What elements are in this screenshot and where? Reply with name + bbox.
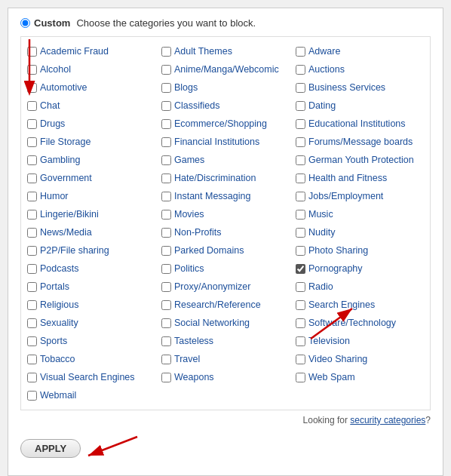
cat-label-parked-domains[interactable]: Parked Domains — [174, 244, 244, 256]
cat-label-gambling[interactable]: Gambling — [40, 154, 81, 166]
custom-radio-label[interactable]: Custom — [20, 17, 70, 29]
cat-checkbox-blogs[interactable] — [161, 83, 171, 93]
cat-checkbox-auctions[interactable] — [296, 65, 305, 75]
cat-checkbox-radio[interactable] — [296, 282, 305, 292]
cat-checkbox-humor[interactable] — [27, 192, 37, 201]
cat-checkbox-educational-institutions[interactable] — [296, 119, 305, 129]
cat-checkbox-photo-sharing[interactable] — [296, 246, 305, 256]
cat-checkbox-web-spam[interactable] — [296, 373, 305, 382]
security-categories-link[interactable]: security categories — [350, 415, 425, 425]
cat-checkbox-file-storage[interactable] — [27, 137, 37, 147]
cat-checkbox-pornography[interactable] — [296, 264, 305, 274]
cat-label-radio[interactable]: Radio — [308, 281, 333, 293]
cat-checkbox-hate-discrimination[interactable] — [161, 174, 171, 183]
cat-checkbox-news-media[interactable] — [27, 228, 37, 238]
cat-checkbox-nudity[interactable] — [296, 228, 305, 238]
cat-checkbox-portals[interactable] — [27, 282, 37, 292]
cat-label-chat[interactable]: Chat — [40, 100, 60, 112]
cat-checkbox-gambling[interactable] — [27, 155, 37, 165]
cat-label-blogs[interactable]: Blogs — [174, 81, 198, 94]
cat-checkbox-government[interactable] — [27, 174, 37, 183]
cat-checkbox-sports[interactable] — [27, 336, 37, 346]
cat-checkbox-financial-institutions[interactable] — [161, 137, 171, 147]
cat-label-forums-message-boards[interactable]: Forums/Message boards — [308, 136, 413, 148]
cat-label-academic-fraud[interactable]: Academic Fraud — [40, 45, 109, 57]
cat-label-software-technology[interactable]: Software/Technology — [308, 317, 396, 329]
cat-label-webmail[interactable]: Webmail — [40, 389, 76, 401]
cat-label-social-networking[interactable]: Social Networking — [174, 317, 250, 329]
cat-checkbox-games[interactable] — [161, 155, 171, 165]
cat-label-government[interactable]: Government — [40, 172, 92, 184]
cat-label-jobs-employment[interactable]: Jobs/Employment — [308, 190, 383, 202]
cat-label-video-sharing[interactable]: Video Sharing — [308, 353, 367, 365]
cat-label-hate-discrimination[interactable]: Hate/Discrimination — [174, 172, 256, 184]
cat-checkbox-business-services[interactable] — [296, 83, 305, 93]
cat-checkbox-health-and-fitness[interactable] — [296, 174, 305, 183]
cat-label-news-media[interactable]: News/Media — [40, 226, 92, 238]
cat-label-german-youth-protection[interactable]: German Youth Protection — [308, 154, 414, 166]
cat-label-dating[interactable]: Dating — [308, 100, 336, 112]
cat-label-p2p-file-sharing[interactable]: P2P/File sharing — [40, 244, 109, 256]
cat-checkbox-visual-search-engines[interactable] — [27, 373, 37, 382]
cat-label-file-storage[interactable]: File Storage — [40, 136, 91, 148]
cat-label-tasteless[interactable]: Tasteless — [174, 335, 213, 347]
cat-label-instant-messaging[interactable]: Instant Messaging — [174, 190, 250, 202]
cat-checkbox-podcasts[interactable] — [27, 264, 37, 274]
cat-checkbox-proxy-anonymizer[interactable] — [161, 282, 171, 292]
cat-label-alcohol[interactable]: Alcohol — [40, 63, 71, 75]
cat-checkbox-politics[interactable] — [161, 264, 171, 274]
cat-checkbox-drugs[interactable] — [27, 119, 37, 129]
cat-label-sports[interactable]: Sports — [40, 335, 67, 347]
cat-checkbox-instant-messaging[interactable] — [161, 192, 171, 201]
cat-label-podcasts[interactable]: Podcasts — [40, 263, 78, 275]
cat-checkbox-movies[interactable] — [161, 210, 171, 220]
cat-label-politics[interactable]: Politics — [174, 263, 204, 275]
cat-checkbox-academic-fraud[interactable] — [27, 47, 37, 57]
cat-checkbox-search-engines[interactable] — [296, 300, 305, 310]
cat-checkbox-television[interactable] — [296, 336, 305, 346]
cat-label-humor[interactable]: Humor — [40, 190, 69, 202]
cat-label-travel[interactable]: Travel — [174, 353, 200, 365]
cat-checkbox-non-profits[interactable] — [161, 228, 171, 238]
cat-label-pornography[interactable]: Pornography — [308, 263, 363, 275]
cat-checkbox-german-youth-protection[interactable] — [296, 155, 305, 165]
cat-checkbox-p2p-file-sharing[interactable] — [27, 246, 37, 256]
cat-label-television[interactable]: Television — [308, 335, 350, 347]
cat-label-financial-institutions[interactable]: Financial Institutions — [174, 136, 259, 148]
cat-label-sexuality[interactable]: Sexuality — [40, 317, 78, 329]
cat-label-ecommerce-shopping[interactable]: Ecommerce/Shopping — [174, 118, 267, 130]
cat-label-research-reference[interactable]: Research/Reference — [174, 299, 261, 311]
cat-label-religious[interactable]: Religious — [40, 299, 78, 311]
cat-checkbox-anime-manga-webcomic[interactable] — [161, 65, 171, 75]
cat-checkbox-travel[interactable] — [161, 355, 171, 364]
cat-label-educational-institutions[interactable]: Educational Institutions — [308, 118, 406, 130]
cat-checkbox-tasteless[interactable] — [161, 336, 171, 346]
cat-label-visual-search-engines[interactable]: Visual Search Engines — [40, 371, 135, 383]
cat-label-photo-sharing[interactable]: Photo Sharing — [308, 244, 368, 256]
custom-radio[interactable] — [20, 18, 30, 28]
cat-checkbox-adult-themes[interactable] — [161, 47, 171, 57]
cat-checkbox-research-reference[interactable] — [161, 300, 171, 310]
cat-label-business-services[interactable]: Business Services — [308, 81, 385, 94]
cat-label-web-spam[interactable]: Web Spam — [308, 371, 355, 383]
cat-label-non-profits[interactable]: Non-Profits — [174, 226, 222, 238]
cat-checkbox-software-technology[interactable] — [296, 318, 305, 328]
cat-checkbox-ecommerce-shopping[interactable] — [161, 119, 171, 129]
cat-label-auctions[interactable]: Auctions — [308, 63, 345, 75]
cat-label-classifieds[interactable]: Classifieds — [174, 100, 219, 112]
cat-label-anime-manga-webcomic[interactable]: Anime/Manga/Webcomic — [174, 63, 279, 75]
cat-label-drugs[interactable]: Drugs — [40, 118, 65, 130]
cat-label-adult-themes[interactable]: Adult Themes — [174, 45, 232, 57]
cat-checkbox-webmail[interactable] — [27, 391, 37, 401]
apply-button[interactable]: APPLY — [20, 439, 81, 458]
cat-label-music[interactable]: Music — [308, 208, 333, 220]
cat-label-weapons[interactable]: Weapons — [174, 371, 214, 383]
cat-checkbox-dating[interactable] — [296, 101, 305, 111]
cat-label-games[interactable]: Games — [174, 154, 204, 166]
cat-checkbox-lingerie-bikini[interactable] — [27, 210, 37, 220]
cat-checkbox-music[interactable] — [296, 210, 305, 220]
cat-checkbox-classifieds[interactable] — [161, 101, 171, 111]
cat-checkbox-social-networking[interactable] — [161, 318, 171, 328]
cat-label-health-and-fitness[interactable]: Health and Fitness — [308, 172, 387, 184]
cat-checkbox-religious[interactable] — [27, 300, 37, 310]
